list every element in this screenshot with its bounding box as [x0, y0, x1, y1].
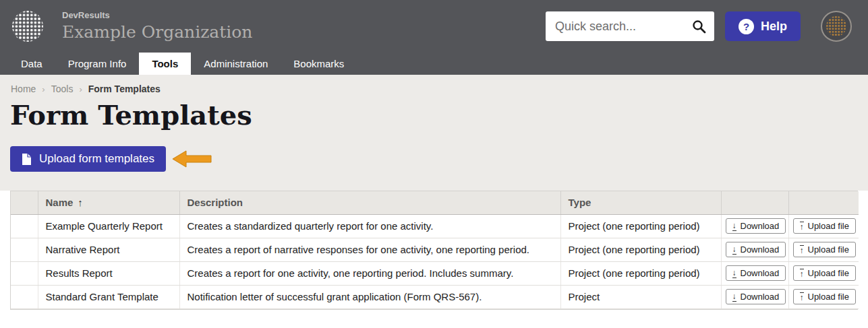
cell-name: Example Quarterly Report — [38, 214, 179, 238]
row-gutter — [11, 238, 38, 261]
download-icon: ↓ — [732, 269, 736, 278]
cell-upload: ↑ Upload file — [788, 285, 859, 308]
devresults-globe-logo-icon — [11, 9, 45, 43]
table-row: Example Quarterly Report Creates a stand… — [11, 214, 859, 238]
help-button[interactable]: ? Help — [725, 11, 801, 41]
cell-type: Project (one reporting period) — [560, 261, 721, 285]
download-icon: ↓ — [732, 245, 736, 255]
main-nav: Data Program Info Tools Administration B… — [0, 53, 868, 75]
upload-file-button[interactable]: ↑ Upload file — [793, 218, 856, 234]
sort-ascending-icon: ↑ — [78, 197, 83, 208]
table-row: Results Report Creates a report for one … — [11, 261, 859, 285]
breadcrumb: Home › Tools › Form Templates — [0, 75, 868, 94]
upload-file-label: Upload file — [808, 244, 849, 255]
download-button[interactable]: ↓ Download — [726, 242, 786, 257]
table-header-row: Name↑ Description Type — [11, 191, 859, 214]
nav-item-tools[interactable]: Tools — [139, 53, 191, 75]
upload-form-templates-label: Upload form templates — [39, 152, 154, 166]
nav-item-administration[interactable]: Administration — [191, 53, 281, 75]
column-header-upload — [788, 191, 859, 214]
chevron-right-icon: › — [79, 84, 82, 94]
search-box — [546, 11, 714, 41]
column-header-description[interactable]: Description — [179, 191, 560, 214]
cell-download: ↓ Download — [721, 214, 788, 238]
cell-description: Creates a standardized quarterly report … — [179, 214, 560, 238]
brand-name: DevResults — [62, 11, 252, 21]
cell-upload: ↑ Upload file — [788, 238, 859, 261]
upload-file-label: Upload file — [808, 221, 849, 231]
download-label: Download — [741, 244, 780, 255]
download-button[interactable]: ↓ Download — [726, 289, 786, 304]
form-templates-table: Name↑ Description Type Example Quarterly… — [10, 191, 858, 310]
cell-description: Creates a report of narrative responses … — [179, 238, 560, 261]
upload-icon: ↑ — [800, 292, 804, 302]
upload-file-label: Upload file — [808, 292, 849, 302]
cell-description: Notification letter of successful grant … — [179, 285, 560, 308]
content-top: Home › Tools › Form Templates Form Templ… — [0, 75, 868, 191]
download-button[interactable]: ↓ Download — [726, 218, 786, 234]
cell-description: Creates a report for one activity, one r… — [179, 261, 560, 285]
cell-type: Project (one reporting period) — [560, 214, 721, 238]
row-gutter — [11, 285, 38, 308]
download-icon: ↓ — [732, 292, 736, 302]
cell-download: ↓ Download — [721, 238, 788, 261]
cell-name: Narrative Report — [38, 238, 179, 261]
table-row: Narrative Report Creates a report of nar… — [11, 238, 859, 261]
chevron-right-icon: › — [42, 84, 45, 94]
upload-file-button[interactable]: ↑ Upload file — [793, 265, 856, 281]
cell-name: Results Report — [38, 261, 179, 285]
organization-name: Example Organization — [62, 23, 252, 42]
upload-file-label: Upload file — [808, 268, 849, 278]
cell-upload: ↑ Upload file — [788, 214, 859, 238]
upload-icon: ↑ — [800, 245, 804, 255]
download-label: Download — [741, 268, 780, 278]
question-icon: ? — [739, 19, 754, 34]
nav-item-data[interactable]: Data — [8, 53, 55, 75]
row-gutter — [11, 214, 38, 238]
app-header: DevResults Example Organization ? Help — [0, 0, 868, 53]
breadcrumb-home[interactable]: Home — [11, 84, 36, 94]
download-icon: ↓ — [732, 222, 736, 231]
cell-download: ↓ Download — [721, 285, 788, 308]
search-input[interactable] — [554, 19, 692, 34]
brand-block: DevResults Example Organization — [62, 11, 252, 42]
cell-download: ↓ Download — [721, 261, 788, 285]
row-gutter — [11, 261, 38, 285]
help-label: Help — [761, 20, 787, 34]
page-title: Form Templates — [10, 100, 868, 130]
cell-upload: ↑ Upload file — [788, 261, 859, 285]
column-header-type[interactable]: Type — [560, 191, 721, 214]
column-header-name[interactable]: Name↑ — [38, 191, 179, 214]
breadcrumb-current: Form Templates — [88, 84, 161, 94]
upload-form-templates-button[interactable]: Upload form templates — [10, 146, 166, 172]
download-label: Download — [741, 221, 780, 231]
download-button[interactable]: ↓ Download — [726, 265, 786, 281]
avatar[interactable] — [821, 11, 852, 42]
file-icon — [22, 153, 32, 166]
search-icon[interactable] — [692, 20, 706, 34]
column-header-download — [721, 191, 788, 214]
nav-item-bookmarks[interactable]: Bookmarks — [281, 53, 357, 75]
cell-type: Project (one reporting period) — [560, 238, 721, 261]
upload-file-button[interactable]: ↑ Upload file — [793, 242, 856, 257]
upload-icon: ↑ — [800, 222, 804, 231]
annotation-arrow-icon — [172, 150, 212, 168]
header-gutter — [11, 191, 38, 214]
cell-name: Standard Grant Template — [38, 285, 179, 308]
upload-icon: ↑ — [800, 269, 804, 278]
header-right: ? Help — [546, 11, 852, 42]
column-header-name-label: Name — [46, 197, 74, 208]
download-label: Download — [741, 292, 780, 302]
breadcrumb-tools[interactable]: Tools — [51, 84, 74, 94]
button-row: Upload form templates — [10, 146, 868, 172]
table-row: Standard Grant Template Notification let… — [11, 285, 859, 308]
nav-item-program-info[interactable]: Program Info — [55, 53, 140, 75]
upload-file-button[interactable]: ↑ Upload file — [793, 289, 856, 304]
cell-type: Project — [560, 285, 721, 308]
